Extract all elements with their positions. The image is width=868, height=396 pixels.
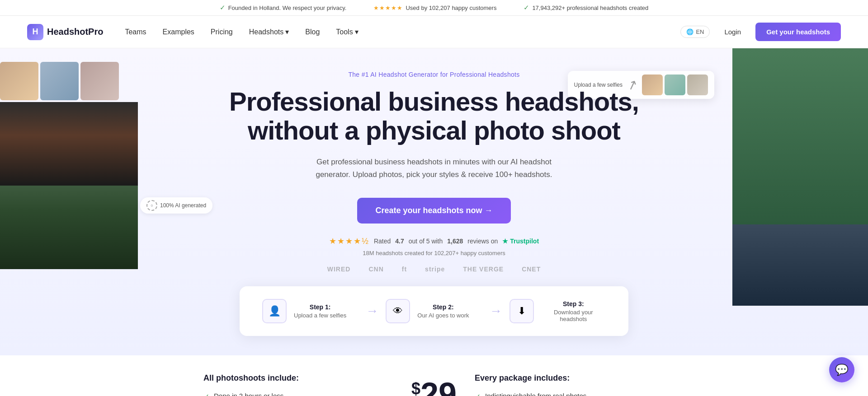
step-2: 👁 Step 2: Our AI goes to work xyxy=(386,299,482,323)
price-value: 29 xyxy=(420,376,457,396)
nav-link-tools[interactable]: Tools ▾ xyxy=(336,28,358,36)
rating-section: ★★★★½ Rated 4.7 out of 5 with 1,628 revi… xyxy=(181,236,687,246)
stars-rating: ★★★★½ xyxy=(329,236,369,246)
step-2-label: Step 2: xyxy=(417,303,469,311)
check-icon-2: ✓ xyxy=(524,4,529,12)
package-item-3-text: Indistinguishable from real photos xyxy=(485,392,586,396)
nav-link-blog[interactable]: Blog xyxy=(305,28,320,36)
nav-link-examples[interactable]: Examples xyxy=(163,28,194,36)
press-logo-ft: ft xyxy=(402,266,407,273)
chat-button[interactable]: 💬 xyxy=(829,357,854,382)
customers-text: Used by 102,207 happy customers xyxy=(406,5,496,11)
press-logo-stripe: stripe xyxy=(425,266,445,273)
step-2-text: Step 2: Our AI goes to work xyxy=(417,303,469,319)
trustpilot-logo: ★ Trustpilot xyxy=(502,238,539,245)
topbar-item-headshots: ✓ 17,943,292+ professional headshots cre… xyxy=(524,4,648,12)
rating-value: 4.7 xyxy=(395,238,404,245)
nav-link-pricing[interactable]: Pricing xyxy=(211,28,233,36)
step-3-icon: ⬇ xyxy=(509,299,534,323)
hero-title-line2: without a physical photo shoot xyxy=(248,116,620,145)
flag-icon: 🌐 xyxy=(686,28,693,35)
hero-title-line1: Professional business headshots, xyxy=(229,87,639,116)
reviews-on-text: reviews on xyxy=(467,238,498,245)
lang-text: EN xyxy=(696,28,704,35)
topbar-item-rating: ★★★★★ Used by 102,207 happy customers xyxy=(373,5,496,11)
chat-icon: 💬 xyxy=(835,363,849,376)
hero-title: Professional business headshots, without… xyxy=(181,87,687,145)
step-1-text: Step 1: Upload a few selfies xyxy=(294,303,346,319)
package-item-1: ✓ Done in 2 hours or less xyxy=(203,392,393,396)
check-icon: ✓ xyxy=(220,4,226,12)
stars-icon: ★★★★★ xyxy=(373,5,403,11)
right-package-col: Every package includes: ✓ Indistinguisha… xyxy=(475,373,665,396)
rated-label: Rated xyxy=(374,238,391,245)
login-button[interactable]: Login xyxy=(717,24,748,39)
packages-section: All photoshoots include: ✓ Done in 2 hou… xyxy=(185,373,683,396)
headshots-created-text: 17,943,292+ professional headshots creat… xyxy=(532,5,648,11)
package-item-1-text: Done in 2 hours or less xyxy=(214,392,283,396)
hero-badge: The #1 AI Headshot Generator for Profess… xyxy=(181,71,687,78)
right-package-title: Every package includes: xyxy=(475,373,665,383)
press-logo-verge: THE VERGE xyxy=(463,266,504,273)
hero-cta-text: Create your headshots now → xyxy=(375,206,492,215)
topbar: ✓ Founded in Holland. We respect your pr… xyxy=(0,0,868,16)
hero-content: The #1 AI Headshot Generator for Profess… xyxy=(0,48,868,354)
logo-text: HeadshotPro xyxy=(47,27,103,37)
press-logo-cnn: CNN xyxy=(368,266,383,273)
nav-link-headshots[interactable]: Headshots ▾ xyxy=(249,28,289,36)
left-package-col: All photoshoots include: ✓ Done in 2 hou… xyxy=(203,373,393,396)
out-of-text: out of 5 with xyxy=(409,238,443,245)
chevron-down-icon: ▾ xyxy=(285,28,289,36)
step-1-label: Step 1: xyxy=(294,303,346,311)
topbar-item-privacy: ✓ Founded in Holland. We respect your pr… xyxy=(220,4,347,12)
hero-section: ○ 100% AI generated Upload a few selfies… xyxy=(0,48,868,355)
privacy-text: Founded in Holland. We respect your priv… xyxy=(228,5,347,11)
package-item-real-photos: ✓ Indistinguishable from real photos xyxy=(475,392,665,396)
trustpilot-star-icon: ★ xyxy=(502,238,508,245)
step-2-desc: Our AI goes to work xyxy=(417,312,469,319)
trustpilot-text: Trustpilot xyxy=(510,238,539,245)
step-arrow-1: → xyxy=(366,304,378,318)
press-logo-cnet: CNET xyxy=(522,266,541,273)
step-1-desc: Upload a few selfies xyxy=(294,312,346,319)
navbar-left: H HeadshotPro Teams Examples Pricing Hea… xyxy=(27,24,359,40)
stars-display: ★★★★½ xyxy=(329,237,369,246)
get-headshots-button[interactable]: Get your headshots xyxy=(755,23,841,41)
language-selector[interactable]: 🌐 EN xyxy=(680,26,710,38)
left-package-title: All photoshoots include: xyxy=(203,373,393,383)
chevron-down-icon-2: ▾ xyxy=(355,28,359,36)
price-center: $29 2 hours done xyxy=(411,373,457,396)
steps-section: 👤 Step 1: Upload a few selfies → 👁 Step … xyxy=(240,286,628,336)
step-1-icon: 👤 xyxy=(262,299,287,323)
price-display: $29 xyxy=(411,378,457,396)
check-icon-pkg-1: ✓ xyxy=(203,392,209,396)
navbar: H HeadshotPro Teams Examples Pricing Hea… xyxy=(0,16,868,48)
logo[interactable]: H HeadshotPro xyxy=(27,24,103,40)
hero-subtitle: Get professional business headshots in m… xyxy=(298,156,570,182)
step-3-text: Step 3: Download your headshots xyxy=(541,300,606,322)
hero-cta-button[interactable]: Create your headshots now → xyxy=(357,198,510,224)
review-count: 1,628 xyxy=(447,238,463,245)
price-symbol: $ xyxy=(411,379,420,396)
nav-links: Teams Examples Pricing Headshots ▾ Blog … xyxy=(125,28,358,36)
step-1: 👤 Step 1: Upload a few selfies xyxy=(262,299,359,323)
step-2-icon: 👁 xyxy=(386,299,410,323)
step-3-label: Step 3: xyxy=(541,300,606,307)
customers-count-text: 18M headshots created for 102,207+ happy… xyxy=(181,250,687,256)
logo-icon: H xyxy=(27,24,43,40)
press-logo-wired: WIRED xyxy=(327,266,351,273)
press-logos: WIRED CNN ft stripe THE VERGE CNET xyxy=(181,266,687,273)
step-arrow-2: → xyxy=(490,304,502,318)
step-3: ⬇ Step 3: Download your headshots xyxy=(509,299,606,323)
navbar-right: 🌐 EN Login Get your headshots xyxy=(680,23,841,41)
check-icon-pkg-3: ✓ xyxy=(475,392,481,396)
step-3-desc: Download your headshots xyxy=(541,309,606,322)
nav-link-teams[interactable]: Teams xyxy=(125,28,146,36)
